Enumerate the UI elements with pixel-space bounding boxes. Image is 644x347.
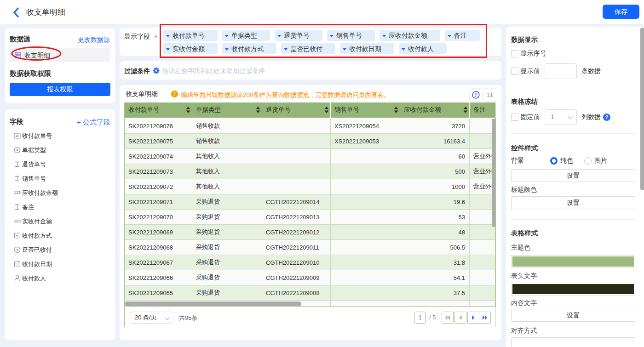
svg-text:1: 1 [487,91,490,98]
svg-text:7: 7 [16,263,18,267]
